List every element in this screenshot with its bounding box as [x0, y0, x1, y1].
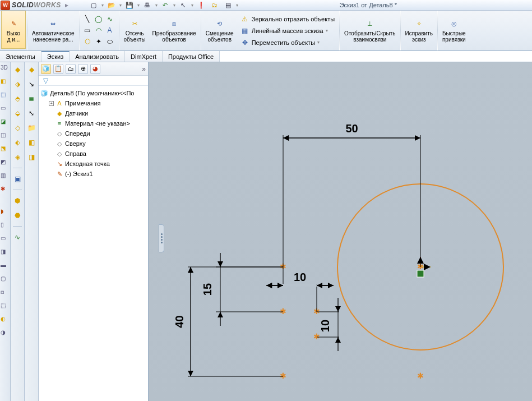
sk4-icon[interactable]: ⤡	[26, 108, 36, 118]
feature14-icon[interactable]: ▬	[1, 262, 10, 271]
tree-tab-dimxpert[interactable]: ⊕	[78, 64, 88, 74]
feature8-icon[interactable]: ▥	[1, 172, 10, 181]
surf3-icon[interactable]: ⬘	[12, 94, 22, 104]
feature13-icon[interactable]: ◨	[1, 248, 10, 257]
tree-tab-design[interactable]: 🧊	[41, 64, 51, 74]
repair-sketch-button[interactable]: ✧ Исправить эскиз	[402, 11, 436, 49]
sk3-icon[interactable]: ≣	[26, 94, 36, 104]
tree-node[interactable]: ◆Датчики	[40, 108, 147, 118]
feature15-icon[interactable]: ▢	[1, 275, 10, 284]
sk1-icon[interactable]: ◆	[26, 64, 36, 75]
surf10-icon[interactable]: ⬣	[12, 210, 22, 220]
exit-sketch-button[interactable]: ✎ Выхо д и...	[1, 11, 26, 49]
feature7-icon[interactable]: ◩	[1, 159, 10, 168]
sk2-icon[interactable]: ↘	[26, 79, 36, 89]
feature12-icon[interactable]: ▭	[1, 235, 10, 244]
display-relations-button[interactable]: ⊥ Отобразить/Скрыть взаимосвязи	[341, 11, 399, 49]
graphics-area[interactable]: ✱✱✱✱✱✱✱5040151010	[149, 62, 532, 401]
smart-dimension-button[interactable]: ⇔ Автоматическое нанесение ра...	[29, 11, 78, 49]
sk6-icon[interactable]: ◧	[26, 137, 36, 148]
point-tool[interactable]: ✦	[94, 37, 103, 46]
move-entities-button[interactable]: ✥ Переместить объекты ▾	[239, 38, 321, 48]
quick-snaps-button[interactable]: ◎ Быстрые привязки	[439, 11, 469, 49]
feature1-icon[interactable]: ◧	[1, 78, 10, 87]
surf8-icon[interactable]: ▣	[12, 174, 22, 184]
svg-text:✱: ✱	[280, 307, 286, 316]
panel-grabber[interactable]	[159, 224, 164, 252]
tree-node[interactable]: ✎(-) Эскиз1	[40, 169, 147, 179]
surf4-icon[interactable]: ⬙	[12, 108, 22, 118]
tree-node-label: Спереди	[65, 130, 90, 137]
feature5-icon[interactable]: ◫	[1, 132, 10, 141]
sk5-icon[interactable]: 📁	[26, 123, 36, 133]
tree-root[interactable]: 🧊 Деталь8 (По умолчанию<<По	[40, 88, 147, 98]
tree-root-label: Деталь8 (По умолчанию<<По	[50, 90, 134, 96]
feature6-icon[interactable]: ⬔	[1, 145, 10, 154]
part-icon: 🧊	[40, 89, 49, 98]
tree-node[interactable]: ≡Материал <не указан>	[40, 118, 147, 128]
qat-open-button[interactable]: 📂	[106, 1, 117, 10]
qat-save-button[interactable]: 💾	[124, 1, 135, 10]
linear-pattern-button[interactable]: ▦ Линейный массив эскиза ▾	[239, 26, 329, 36]
tree-filter-icon[interactable]: ▽	[41, 76, 50, 85]
surf5-icon[interactable]: ◇	[12, 123, 22, 133]
arc-tool[interactable]: ◠	[94, 26, 103, 35]
tree-node[interactable]: ◇Спереди	[40, 128, 147, 139]
line-tool[interactable]: ╲	[83, 15, 92, 24]
tree-tab-render[interactable]: ◕	[90, 64, 100, 74]
feature19-icon[interactable]: ◑	[1, 329, 10, 338]
circle-tool[interactable]: ◯	[94, 15, 103, 24]
tree-tab-property[interactable]: 📋	[53, 64, 63, 74]
3d-icon[interactable]: 3D	[1, 64, 10, 73]
feature10-icon[interactable]: ◗	[1, 208, 10, 217]
tab-evaluate[interactable]: Анализировать	[70, 51, 125, 62]
feature2-icon[interactable]: ⬚	[1, 91, 10, 100]
convert-entities-button[interactable]: ⧈ Преобразование объектов	[149, 11, 200, 49]
surf9-icon[interactable]: ⬢	[12, 196, 22, 206]
rectangle-tool[interactable]: ▭	[83, 26, 92, 35]
qat-print-button[interactable]: 🖶	[142, 1, 153, 10]
tab-dimxpert[interactable]: DimXpert	[125, 51, 163, 62]
brand-expand-icon[interactable]: ▸	[62, 1, 71, 10]
slot-tool[interactable]: ⬭	[105, 37, 114, 46]
tree-twister[interactable]: +	[49, 101, 54, 106]
tree-node[interactable]: ↘Исходная точка	[40, 159, 147, 169]
qat-options-button[interactable]: 🗂	[209, 1, 220, 10]
polygon-tool[interactable]: ⬡	[83, 37, 92, 46]
offset-button[interactable]: ⟲ Смещение объектов	[202, 11, 237, 49]
tab-features[interactable]: Элементы	[0, 51, 41, 62]
feature17-icon[interactable]: ⬚	[1, 302, 10, 311]
feature9-icon[interactable]: ✱	[1, 186, 10, 195]
tree-tab-config[interactable]: 🗂	[66, 64, 76, 74]
trim-icon: ✂	[128, 17, 141, 30]
qat-toggle-button[interactable]: ▤	[223, 1, 234, 10]
feature3-icon[interactable]: ▭	[1, 105, 10, 114]
tab-sketch[interactable]: Эскиз	[41, 51, 70, 62]
qat-new-button[interactable]: ▢	[88, 1, 99, 10]
mirror-button[interactable]: ⚠ Зеркально отразить объекты	[239, 14, 336, 24]
tree-node-icon: ◇	[55, 129, 64, 138]
tree-node[interactable]: ◇Справа	[40, 149, 147, 159]
surf1-icon[interactable]: ◆	[12, 64, 22, 75]
tab-office[interactable]: Продукты Office	[163, 51, 220, 62]
tree-expand-icon[interactable]: »	[142, 65, 146, 73]
spline-tool[interactable]: ∿	[105, 15, 114, 24]
surf7-icon[interactable]: ◈	[12, 152, 22, 162]
tree-node[interactable]: +AПримечания	[40, 98, 147, 108]
feature4-icon[interactable]: ◪	[1, 118, 10, 127]
qat-select-button[interactable]: ↖	[178, 1, 189, 10]
feature11-icon[interactable]: ▯	[1, 222, 10, 231]
surf11-icon[interactable]: ∿	[12, 232, 22, 242]
feature16-icon[interactable]: ⧈	[1, 289, 10, 298]
tree-node[interactable]: ◇Сверху	[40, 139, 147, 149]
text-tool[interactable]: A	[105, 26, 114, 35]
offset-icon: ⟲	[213, 17, 226, 30]
surf6-icon[interactable]: ⬖	[12, 137, 22, 148]
qat-rebuild-button[interactable]: ❗	[196, 1, 207, 10]
surf2-icon[interactable]: ⬗	[12, 79, 22, 89]
sk7-icon[interactable]: ◨	[26, 152, 36, 162]
trim-button[interactable]: ✂ Отсечь объекты	[121, 11, 149, 49]
qat-undo-button[interactable]: ↶	[160, 1, 171, 10]
feature18-icon[interactable]: ◐	[1, 316, 10, 325]
tree-node-icon: ↘	[55, 159, 64, 168]
